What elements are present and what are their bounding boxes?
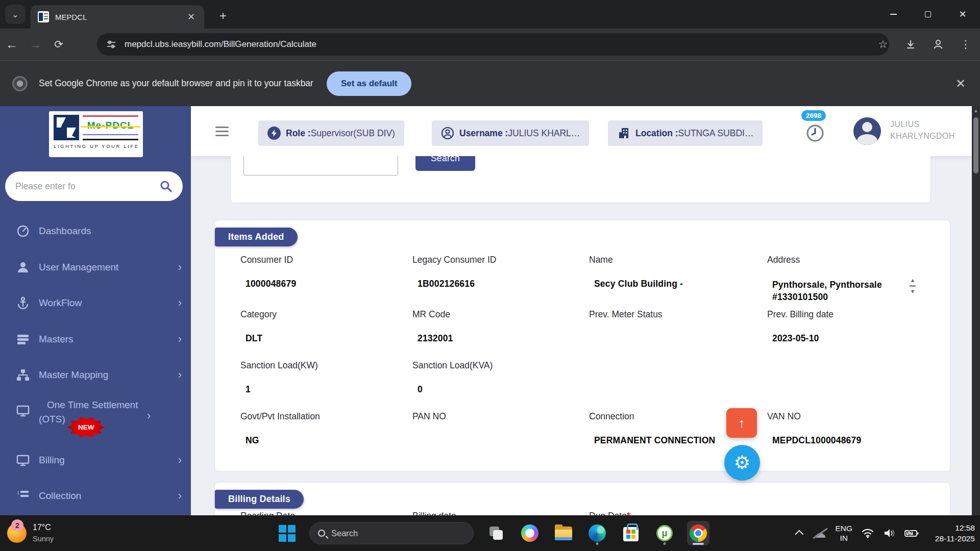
page-scrollbar[interactable]: ▲ bbox=[972, 106, 980, 515]
field-prev-billing-date: Prev. Billing date2023-05-10 bbox=[767, 309, 924, 360]
edge-button[interactable] bbox=[586, 521, 608, 545]
set-as-default-button[interactable]: Set as default bbox=[327, 71, 412, 96]
scroll-thumb[interactable] bbox=[910, 285, 916, 287]
history-clock-icon[interactable] bbox=[805, 123, 825, 143]
utorrent-button[interactable]: µ bbox=[653, 521, 676, 545]
sidebar-item-billing[interactable]: Billing › bbox=[15, 449, 182, 471]
infobar-close-icon[interactable]: ✕ bbox=[955, 77, 966, 91]
minimize-icon bbox=[890, 14, 897, 15]
field-govt-pvt-installation: Govt/Pvt InstallationNG bbox=[240, 411, 412, 446]
items-added-card: Items Added Consumer ID1000048679 Legacy… bbox=[214, 220, 950, 471]
app-header: Role :Supervisor(SUB DIV) Username :JULI… bbox=[191, 106, 980, 156]
username-badge[interactable]: Username :JULIUS KHARL… bbox=[432, 120, 589, 146]
url-text: mepdcl.ubs.ieasybill.com/BillGeneration/… bbox=[125, 39, 316, 49]
weather-notification-badge: 2 bbox=[11, 519, 23, 532]
wifi-icon[interactable] bbox=[862, 528, 874, 538]
sidebar-search bbox=[5, 171, 183, 201]
dashboard-gauge-icon bbox=[15, 224, 31, 238]
infobar-message: Set Google Chrome as your default browse… bbox=[39, 78, 313, 89]
weather-description: Sunny bbox=[33, 533, 54, 544]
window-maximize-button[interactable] bbox=[911, 0, 945, 29]
site-info-icon[interactable] bbox=[106, 39, 116, 49]
sidebar-item-one-time-settlement[interactable]: One Time Settlement (OTS)NEW › bbox=[15, 398, 182, 437]
chevron-right-icon: › bbox=[147, 409, 151, 422]
sidebar-item-dashboards[interactable]: Dashboards bbox=[15, 220, 182, 242]
items-added-title: Items Added bbox=[215, 228, 298, 246]
onedrive-paused-icon[interactable]: ☁ bbox=[813, 527, 826, 540]
forward-button[interactable]: → bbox=[23, 37, 47, 52]
taskbar-search[interactable]: Search bbox=[309, 522, 474, 544]
sidebar-item-workflow[interactable]: WorkFlow › bbox=[15, 292, 182, 314]
taskbar-weather-widget[interactable]: 2 17°CSunny bbox=[7, 515, 54, 551]
back-button[interactable]: ← bbox=[0, 37, 23, 52]
copilot-button[interactable] bbox=[519, 521, 541, 545]
scrollbar-thumb[interactable] bbox=[973, 117, 978, 173]
sun-icon: 2 bbox=[7, 523, 27, 543]
reload-button[interactable]: ⟳ bbox=[47, 38, 70, 51]
new-tab-button[interactable]: + bbox=[214, 7, 232, 24]
address-scroll-spinner[interactable]: ▲▼ bbox=[909, 277, 916, 295]
person-circle-icon bbox=[441, 127, 454, 140]
volume-icon[interactable] bbox=[883, 528, 895, 538]
url-bar[interactable]: mepdcl.ubs.ieasybill.com/BillGeneration/… bbox=[97, 33, 889, 56]
field-sanction-load-kw: Sanction Load(KW)1 bbox=[240, 360, 412, 411]
anchor-icon bbox=[15, 296, 31, 310]
microsoft-store-button[interactable] bbox=[620, 521, 642, 545]
location-badge[interactable]: Location :SUTNGA SUBDI… bbox=[608, 120, 763, 146]
chevron-right-icon: › bbox=[178, 261, 182, 274]
window-minimize-button[interactable] bbox=[876, 0, 911, 29]
menu-kebab-icon[interactable]: ⋮ bbox=[959, 38, 973, 51]
search-icon[interactable] bbox=[159, 180, 173, 193]
browser-tab[interactable]: MEPDCL ✕ bbox=[31, 5, 204, 29]
sidebar-search-input[interactable] bbox=[15, 181, 159, 192]
arrow-up-icon: ↑ bbox=[739, 415, 745, 431]
chrome-button[interactable] bbox=[687, 521, 709, 545]
monitor-icon bbox=[15, 404, 31, 417]
logo-title: Me-PDCL bbox=[83, 120, 138, 131]
building-icon bbox=[617, 127, 630, 140]
battery-charging-icon[interactable] bbox=[904, 529, 919, 538]
sidebar-item-user-management[interactable]: User Management › bbox=[15, 256, 182, 279]
file-explorer-button[interactable] bbox=[552, 521, 575, 545]
task-view-icon bbox=[489, 527, 503, 540]
language-indicator[interactable]: ENGIN bbox=[835, 523, 852, 543]
scroll-down-icon[interactable]: ▼ bbox=[910, 288, 916, 295]
maximize-icon bbox=[925, 11, 931, 17]
user-display-name: JULIUS KHARLYNGDOH bbox=[890, 118, 955, 142]
store-bag-icon bbox=[623, 527, 639, 541]
downloads-icon[interactable] bbox=[903, 39, 918, 49]
hamburger-menu-icon[interactable] bbox=[215, 127, 229, 139]
sidebar-item-masters[interactable]: Masters › bbox=[15, 328, 182, 350]
role-badge[interactable]: Role :Supervisor(SUB DIV) bbox=[258, 120, 404, 146]
sidebar-item-collection[interactable]: 1 Collection › bbox=[15, 485, 182, 507]
user-avatar[interactable] bbox=[853, 117, 881, 145]
window-close-button[interactable]: ✕ bbox=[945, 0, 980, 29]
tab-search-button[interactable]: ⌄ bbox=[5, 5, 26, 24]
field-reading-date: Reading Date bbox=[240, 511, 412, 515]
taskbar-clock[interactable]: 12:58 28-11-2025 bbox=[928, 522, 975, 544]
items-added-fields: Consumer ID1000048679 Legacy Consumer ID… bbox=[240, 255, 924, 446]
billing-details-title: Billing Details bbox=[215, 490, 304, 509]
scrollbar-up-icon[interactable]: ▲ bbox=[972, 108, 980, 113]
field-empty bbox=[767, 360, 924, 411]
server-stack-icon bbox=[15, 333, 31, 346]
tab-close-icon[interactable]: ✕ bbox=[185, 11, 197, 22]
task-view-button[interactable] bbox=[485, 521, 507, 545]
profile-icon[interactable] bbox=[931, 39, 945, 50]
consumer-search-button[interactable]: Search bbox=[415, 156, 475, 171]
scroll-to-top-button[interactable]: ↑ bbox=[726, 408, 757, 438]
taskbar-time: 12:58 bbox=[928, 522, 975, 533]
numbered-list-icon: 1 bbox=[15, 489, 31, 503]
edge-icon bbox=[589, 524, 606, 542]
tray-expand-chevron-icon[interactable] bbox=[795, 530, 804, 539]
chevron-right-icon: › bbox=[178, 368, 182, 382]
start-button[interactable] bbox=[276, 521, 298, 545]
bookmark-star-icon[interactable]: ☆ bbox=[876, 38, 890, 51]
windows-taskbar: 2 17°CSunny Search µ ☁ bbox=[0, 515, 980, 551]
settings-fab-button[interactable]: ⚙ bbox=[724, 445, 760, 481]
field-legacy-consumer-id: Legacy Consumer ID1B002126616 bbox=[412, 255, 589, 309]
field-billing-date: Billing date bbox=[412, 511, 589, 515]
sidebar-item-master-mapping[interactable]: Master Mapping › bbox=[15, 364, 182, 386]
consumer-search-input[interactable] bbox=[243, 156, 398, 176]
scroll-up-icon[interactable]: ▲ bbox=[910, 277, 916, 284]
